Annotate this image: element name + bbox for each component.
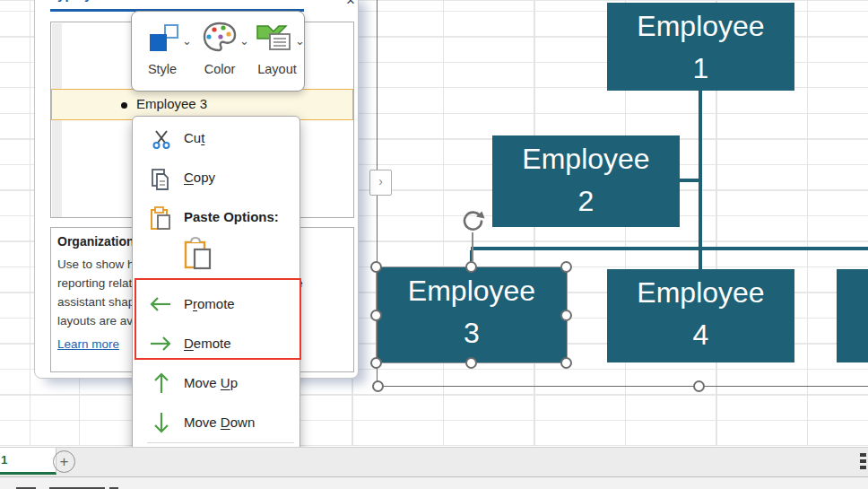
sheet-tab-bar: 1 +: [0, 447, 868, 476]
scroll-grip[interactable]: [860, 466, 866, 469]
color-palette-icon: [202, 21, 238, 55]
org-box-4-line1: Employee: [637, 276, 764, 309]
org-box-employee-1[interactable]: Employee 1: [607, 3, 794, 91]
menu-item-paste-options: Paste Options:: [133, 203, 299, 233]
style-button-label: Style: [139, 62, 186, 76]
arrow-up-icon: [153, 371, 169, 395]
paste-clipboard-icon: [183, 237, 213, 271]
scroll-grip[interactable]: [860, 459, 866, 463]
rotate-handle-stem: [472, 232, 473, 262]
add-sheet-button[interactable]: +: [53, 450, 75, 473]
sheet-tab-label: 1: [0, 453, 8, 467]
connector-vertical-employee1: [699, 91, 702, 250]
list-item-label: Employee 3: [136, 96, 207, 111]
menu-item-move-down[interactable]: Move Down: [133, 408, 299, 439]
menu-item-label: Move Down: [184, 415, 255, 430]
clipboard-icon: [149, 206, 172, 231]
resize-handle-top-center[interactable]: [465, 261, 477, 273]
org-box-1-line2: 1: [693, 52, 709, 84]
layout-icon: [256, 21, 295, 55]
color-button-label: Color: [196, 62, 243, 76]
menu-item-label: Cut: [184, 130, 204, 145]
connector-drop-employee4: [699, 250, 702, 269]
excel-window: Employee 1 Employee 2 Employee 3 Employe…: [0, 0, 868, 489]
collapse-chevron-icon: ›: [378, 174, 383, 188]
layout-button-label: Layout: [254, 62, 300, 76]
color-button[interactable]: ⌄ Color: [195, 19, 248, 83]
org-box-2-line2: 2: [578, 185, 595, 217]
layout-button[interactable]: ⌄ Layout: [252, 19, 304, 83]
frame-resize-handle-bottom-center[interactable]: [693, 380, 705, 392]
rotate-handle-icon[interactable]: [460, 207, 486, 233]
org-box-employee-5-partial[interactable]: Employee: [837, 269, 868, 362]
connector-trunk: [471, 247, 868, 250]
plus-icon: +: [60, 453, 69, 470]
chevron-down-icon: ⌄: [295, 37, 305, 46]
menu-item-move-up[interactable]: Move Up: [133, 369, 299, 399]
scissors-icon: [151, 128, 172, 150]
learn-more-link[interactable]: Learn more: [57, 337, 119, 351]
sheet-tab-active[interactable]: 1: [0, 448, 56, 475]
arrow-down-icon: [153, 411, 169, 434]
close-icon[interactable]: ×: [346, 0, 355, 7]
chevron-down-icon: ⌄: [182, 37, 192, 46]
org-box-employee-2[interactable]: Employee 2: [492, 135, 680, 227]
menu-item-cut[interactable]: Cut: [133, 124, 299, 154]
resize-handle-top-left[interactable]: [370, 261, 382, 273]
org-box-4-line2: 4: [693, 319, 709, 351]
frame-resize-handle-bottom-left[interactable]: [372, 380, 384, 392]
menu-separator: [147, 442, 294, 443]
menu-item-label: Move Up: [184, 375, 238, 390]
list-left-strip: [52, 23, 62, 217]
resize-handle-mid-right[interactable]: [560, 310, 572, 321]
selection-outline: [376, 266, 568, 363]
resize-handle-top-right[interactable]: [560, 261, 572, 273]
promote-demote-highlight-box: [135, 278, 301, 360]
paste-option-keep-formatting-button[interactable]: [183, 237, 219, 275]
resize-handle-bottom-center[interactable]: [465, 357, 477, 369]
resize-handle-bottom-left[interactable]: [370, 357, 382, 369]
context-menu: Cut Copy Paste Options:: [132, 116, 300, 482]
org-box-2-line1: Employee: [522, 143, 649, 175]
copy-icon: [150, 168, 173, 191]
menu-item-label: Paste Options:: [184, 209, 279, 224]
style-icon: [150, 34, 167, 51]
mini-toolbar: ⌄ Style ⌄ Color ⌄: [131, 11, 305, 92]
menu-item-label: Copy: [184, 170, 215, 185]
menu-item-copy[interactable]: Copy: [133, 163, 299, 194]
connector-employee2: [680, 179, 702, 182]
org-box-employee-4[interactable]: Employee 4: [607, 269, 794, 362]
bullet-icon: [121, 102, 127, 109]
scroll-grip[interactable]: [860, 453, 866, 457]
resize-handle-bottom-right[interactable]: [560, 357, 572, 369]
status-bar: [0, 476, 868, 489]
style-button[interactable]: ⌄ Style: [139, 19, 191, 83]
org-box-1-line1: Employee: [637, 10, 764, 42]
smartart-frame-bottom-border: [377, 386, 868, 387]
text-pane-title: Type your text here: [50, 0, 173, 2]
resize-handle-mid-left[interactable]: [370, 310, 382, 321]
chevron-down-icon: ⌄: [239, 37, 249, 46]
